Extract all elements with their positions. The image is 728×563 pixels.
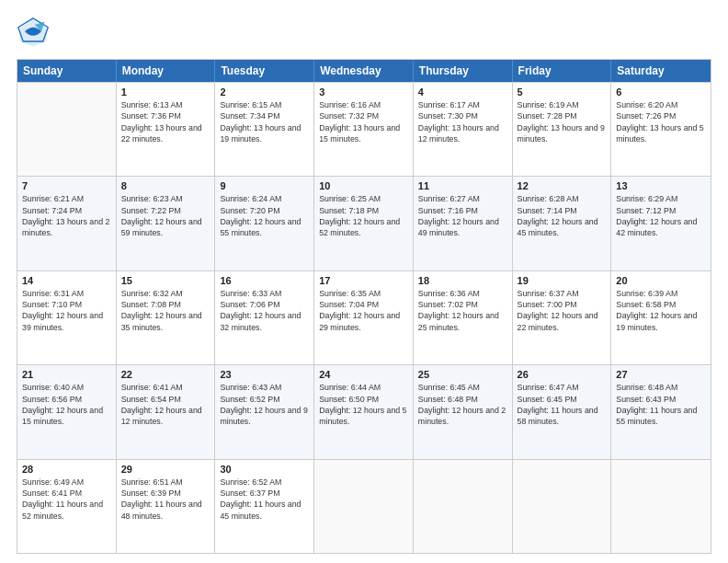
day-info: Sunrise: 6:52 AMSunset: 6:37 PMDaylight:… [220, 477, 309, 522]
calendar-day-18: 18Sunrise: 6:36 AMSunset: 7:02 PMDayligh… [414, 271, 513, 364]
day-info: Sunrise: 6:51 AMSunset: 6:39 PMDaylight:… [121, 477, 210, 522]
day-number: 5 [518, 86, 607, 98]
calendar-day-29: 29Sunrise: 6:51 AMSunset: 6:39 PMDayligh… [117, 460, 216, 553]
day-info: Sunrise: 6:44 AMSunset: 6:50 PMDaylight:… [319, 382, 408, 427]
calendar-day-11: 11Sunrise: 6:27 AMSunset: 7:16 PMDayligh… [414, 177, 513, 270]
day-number: 4 [418, 86, 507, 98]
day-number: 2 [220, 86, 309, 98]
day-info: Sunrise: 6:21 AMSunset: 7:24 PMDaylight:… [22, 193, 111, 238]
day-info: Sunrise: 6:23 AMSunset: 7:22 PMDaylight:… [121, 193, 210, 238]
day-number: 30 [220, 464, 309, 475]
day-number: 21 [22, 369, 111, 380]
day-info: Sunrise: 6:24 AMSunset: 7:20 PMDaylight:… [220, 193, 309, 238]
day-info: Sunrise: 6:36 AMSunset: 7:02 PMDaylight:… [418, 288, 507, 333]
calendar-day-23: 23Sunrise: 6:43 AMSunset: 6:52 PMDayligh… [215, 365, 314, 458]
day-number: 1 [121, 86, 210, 98]
day-number: 22 [121, 369, 210, 380]
day-info: Sunrise: 6:49 AMSunset: 6:41 PMDaylight:… [22, 477, 111, 522]
calendar-empty-cell [611, 460, 711, 553]
calendar-day-4: 4Sunrise: 6:17 AMSunset: 7:30 PMDaylight… [414, 83, 513, 176]
day-number: 23 [220, 369, 309, 380]
day-number: 11 [418, 180, 507, 191]
calendar-day-17: 17Sunrise: 6:35 AMSunset: 7:04 PMDayligh… [314, 271, 414, 364]
day-number: 14 [22, 275, 111, 286]
day-number: 6 [616, 86, 706, 98]
day-number: 10 [319, 180, 408, 191]
calendar-header: SundayMondayTuesdayWednesdayThursdayFrid… [17, 60, 711, 82]
day-number: 16 [220, 275, 309, 286]
header-day-monday: Monday [117, 60, 216, 82]
day-info: Sunrise: 6:32 AMSunset: 7:08 PMDaylight:… [121, 288, 210, 333]
day-number: 28 [22, 464, 111, 475]
page: SundayMondayTuesdayWednesdayThursdayFrid… [0, 0, 728, 563]
day-number: 18 [418, 275, 507, 286]
calendar-day-2: 2Sunrise: 6:15 AMSunset: 7:34 PMDaylight… [215, 83, 314, 176]
header-day-thursday: Thursday [414, 60, 513, 82]
day-number: 7 [22, 180, 111, 191]
day-info: Sunrise: 6:45 AMSunset: 6:48 PMDaylight:… [418, 382, 507, 427]
day-number: 15 [121, 275, 210, 286]
calendar-day-27: 27Sunrise: 6:48 AMSunset: 6:43 PMDayligh… [611, 365, 711, 458]
day-info: Sunrise: 6:13 AMSunset: 7:36 PMDaylight:… [121, 99, 210, 144]
calendar-day-6: 6Sunrise: 6:20 AMSunset: 7:26 PMDaylight… [611, 83, 711, 176]
calendar-day-28: 28Sunrise: 6:49 AMSunset: 6:41 PMDayligh… [17, 460, 117, 553]
header [17, 17, 711, 50]
calendar-day-25: 25Sunrise: 6:45 AMSunset: 6:48 PMDayligh… [414, 365, 513, 458]
header-day-tuesday: Tuesday [215, 60, 314, 82]
day-info: Sunrise: 6:33 AMSunset: 7:06 PMDaylight:… [220, 288, 309, 333]
day-number: 9 [220, 180, 309, 191]
day-number: 17 [319, 275, 408, 286]
day-number: 27 [616, 369, 706, 380]
day-number: 8 [121, 180, 210, 191]
calendar-day-26: 26Sunrise: 6:47 AMSunset: 6:45 PMDayligh… [513, 365, 612, 458]
calendar-day-19: 19Sunrise: 6:37 AMSunset: 7:00 PMDayligh… [513, 271, 612, 364]
calendar-week-3: 21Sunrise: 6:40 AMSunset: 6:56 PMDayligh… [17, 364, 711, 458]
logo-icon [17, 17, 50, 50]
calendar-week-2: 14Sunrise: 6:31 AMSunset: 7:10 PMDayligh… [17, 270, 711, 364]
calendar-day-14: 14Sunrise: 6:31 AMSunset: 7:10 PMDayligh… [17, 271, 117, 364]
calendar-day-20: 20Sunrise: 6:39 AMSunset: 6:58 PMDayligh… [611, 271, 711, 364]
day-info: Sunrise: 6:15 AMSunset: 7:34 PMDaylight:… [220, 99, 309, 144]
calendar-day-30: 30Sunrise: 6:52 AMSunset: 6:37 PMDayligh… [215, 460, 314, 553]
calendar-day-1: 1Sunrise: 6:13 AMSunset: 7:36 PMDaylight… [117, 83, 216, 176]
calendar-week-1: 7Sunrise: 6:21 AMSunset: 7:24 PMDaylight… [17, 176, 711, 270]
day-info: Sunrise: 6:41 AMSunset: 6:54 PMDaylight:… [121, 382, 210, 427]
day-info: Sunrise: 6:48 AMSunset: 6:43 PMDaylight:… [616, 382, 706, 427]
day-number: 25 [418, 369, 507, 380]
calendar-empty-cell [314, 460, 414, 553]
calendar-day-9: 9Sunrise: 6:24 AMSunset: 7:20 PMDaylight… [215, 177, 314, 270]
day-number: 24 [319, 369, 408, 380]
day-info: Sunrise: 6:39 AMSunset: 6:58 PMDaylight:… [616, 288, 706, 333]
day-number: 20 [616, 275, 706, 286]
logo [17, 17, 55, 50]
day-info: Sunrise: 6:40 AMSunset: 6:56 PMDaylight:… [22, 382, 111, 427]
day-number: 3 [319, 86, 408, 98]
day-info: Sunrise: 6:20 AMSunset: 7:26 PMDaylight:… [616, 99, 706, 144]
day-info: Sunrise: 6:25 AMSunset: 7:18 PMDaylight:… [319, 193, 408, 238]
calendar-day-13: 13Sunrise: 6:29 AMSunset: 7:12 PMDayligh… [611, 177, 711, 270]
calendar-week-0: 1Sunrise: 6:13 AMSunset: 7:36 PMDaylight… [17, 82, 711, 176]
day-info: Sunrise: 6:37 AMSunset: 7:00 PMDaylight:… [518, 288, 607, 333]
day-info: Sunrise: 6:19 AMSunset: 7:28 PMDaylight:… [518, 99, 607, 144]
calendar-empty-cell [513, 460, 612, 553]
header-day-saturday: Saturday [611, 60, 711, 82]
day-info: Sunrise: 6:29 AMSunset: 7:12 PMDaylight:… [616, 193, 706, 238]
calendar-day-22: 22Sunrise: 6:41 AMSunset: 6:54 PMDayligh… [117, 365, 216, 458]
day-info: Sunrise: 6:31 AMSunset: 7:10 PMDaylight:… [22, 288, 111, 333]
day-number: 26 [518, 369, 607, 380]
calendar-day-12: 12Sunrise: 6:28 AMSunset: 7:14 PMDayligh… [513, 177, 612, 270]
calendar-day-24: 24Sunrise: 6:44 AMSunset: 6:50 PMDayligh… [314, 365, 414, 458]
header-day-friday: Friday [513, 60, 612, 82]
day-number: 29 [121, 464, 210, 475]
calendar-empty-cell [414, 460, 513, 553]
calendar-empty-cell [17, 83, 117, 176]
calendar-day-5: 5Sunrise: 6:19 AMSunset: 7:28 PMDaylight… [513, 83, 612, 176]
calendar-day-7: 7Sunrise: 6:21 AMSunset: 7:24 PMDaylight… [17, 177, 117, 270]
header-day-sunday: Sunday [17, 60, 117, 82]
calendar: SundayMondayTuesdayWednesdayThursdayFrid… [17, 59, 711, 554]
day-number: 13 [616, 180, 706, 191]
day-info: Sunrise: 6:27 AMSunset: 7:16 PMDaylight:… [418, 193, 507, 238]
day-number: 19 [518, 275, 607, 286]
calendar-day-16: 16Sunrise: 6:33 AMSunset: 7:06 PMDayligh… [215, 271, 314, 364]
header-day-wednesday: Wednesday [314, 60, 414, 82]
